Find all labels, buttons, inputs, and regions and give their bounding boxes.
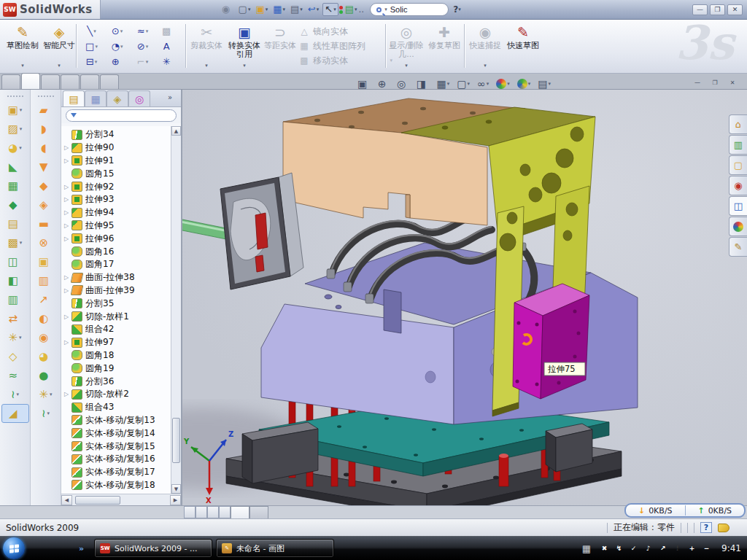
tray-icon[interactable]: ✓ [628,543,639,554]
close-button[interactable]: ✕ [727,4,743,15]
toolbar-icon[interactable]: ▢ ▾ [237,4,252,15]
tray-icon[interactable]: + [686,543,697,554]
scroll-thumb[interactable] [172,418,180,463]
quick-snaps-button[interactable]: ◉ 快速捕捉 ▾ [467,23,503,69]
task-pane-tab[interactable]: ▥ [729,135,747,155]
toolbar-icon[interactable]: ▤ ▾ [289,4,304,15]
rapid-sketch-button[interactable]: ✎ 快速草图 [505,23,541,69]
tree-item[interactable]: ▷ 圆角19 [61,362,171,375]
toolbar-button[interactable]: ▥ ▾ [32,271,60,290]
toolbar-icon[interactable]: ▣ ▾ [254,4,269,15]
toolbar-button[interactable]: ≈ ▾ [1,366,29,385]
panel-tab[interactable]: ◎ [128,90,150,106]
tray-icon[interactable]: ↗ [657,543,668,554]
toolbar-button[interactable]: ▦ ▾ [1,176,29,195]
panel-expand-chevron[interactable]: » [168,93,172,101]
tree-item[interactable]: ▷ 分割35 [61,297,171,310]
exploded-mold-assembly[interactable]: Y Z X 拉伸75 [182,93,747,505]
tree-item[interactable]: ▷ 组合43 [61,401,171,414]
toolbar-icon[interactable]: ↖ ▾ [322,3,338,16]
tree-item[interactable]: ▷ 拉伸91 [61,155,171,168]
toolbar-button[interactable]: ◖ ▾ [32,139,60,158]
expand-arrow-icon[interactable]: ▷ [64,158,71,164]
tag-icon[interactable] [718,524,729,532]
tree-item[interactable]: ▷ 实体-移动/复制13 [61,414,171,427]
sketch-button[interactable]: ✎ 草图绘制 ▾ [4,23,41,69]
task-button[interactable]: ✎ 未命名 - 画图 [216,539,334,558]
tree-item[interactable]: ▷ 实体-移动/复制14 [61,427,171,440]
linear-sketch-pattern-button[interactable]: ▦ 线性草图阵列 ▾ [299,39,392,53]
view-tool-icon[interactable]: ∞ ▾ [476,77,490,90]
tab-nav-icon[interactable] [207,506,219,518]
options-list-icon[interactable]: ▤ ▾ [344,4,359,15]
toolbar-button[interactable]: ↗ ▾ [32,290,60,309]
toolbar-icon[interactable]: ◉ ▾ [220,4,235,15]
start-button[interactable] [3,537,25,559]
toolbar-overflow[interactable]: .. [359,4,365,15]
search-box[interactable]: ▾ [370,3,449,16]
expand-arrow-icon[interactable]: ▷ [64,144,71,151]
view-tool-icon[interactable]: ◎ ▾ [395,77,411,90]
view-tool-icon[interactable]: ▾ [516,78,533,90]
sketch-entity-icon[interactable]: ✳ ▾ [155,54,181,69]
quick-launch-icon[interactable] [66,542,78,555]
task-button[interactable]: SW SolidWorks 2009 - ... [94,539,212,558]
doc-restore-button[interactable]: ❐ [708,78,722,88]
doc-minimize-button[interactable]: — [690,78,705,88]
document-tab[interactable] [249,506,268,518]
smart-dimension-button[interactable]: ◈ 智能尺寸 ▾ [41,23,77,69]
tree-item[interactable]: ▷ 曲面-拉伸39 [61,284,171,298]
tree-item[interactable]: ▷ 圆角15 [61,167,171,180]
task-pane-tab[interactable]: ▢ [729,155,747,175]
menu-item[interactable] [112,7,125,12]
toolbar-button[interactable]: ◫ ▾ [1,252,29,271]
scroll-left-icon[interactable]: ◀ [61,495,72,505]
sketch-entity-icon[interactable]: ⌐ ▾ [130,54,155,69]
tree-item[interactable]: ▷ 切除-放样1 [61,310,171,323]
help-dropdown-icon[interactable]: ▾ [458,7,461,12]
toolbar-button[interactable]: ● ▾ [32,366,60,385]
task-pane-tab[interactable] [729,217,747,236]
panel-tab[interactable]: ▤ [63,90,85,106]
tree-item[interactable]: ▷ 拉伸93 [61,193,171,206]
sketch-entity-icon[interactable]: ◔ ▾ [104,39,130,54]
tree-item[interactable]: ▷ 拉伸97 [61,336,171,349]
toolbar-icon[interactable]: ▦ ▾ [271,4,287,15]
toolbar-button[interactable]: ◉ ▾ [32,328,60,347]
scroll-down-icon[interactable]: ▼ [171,484,181,494]
document-tab[interactable] [231,506,249,518]
task-pane-tab[interactable]: ◉ [729,176,747,195]
tray-icon[interactable]: − [701,543,712,554]
tree-item[interactable]: ▷ 组合42 [61,323,171,336]
toolbar-button[interactable]: ◇ ▾ [1,347,29,366]
tree-vertical-scrollbar[interactable]: ▲ ▼ [171,126,181,494]
expand-arrow-icon[interactable]: ▷ [64,236,71,242]
offset-entities-button[interactable]: ⊃ 等距实体 [264,23,296,69]
menu-item[interactable] [127,7,140,12]
minimize-button[interactable]: — [692,4,708,15]
tree-item[interactable]: ▷ 曲面-拉伸38 [61,271,171,284]
traffic-light-icon[interactable] [338,5,344,15]
toolbar-button[interactable]: ▣ ▾ [32,252,60,271]
scroll-right-icon[interactable]: ▶ [170,495,181,505]
task-pane-tab[interactable]: ✎ [729,237,747,257]
toolbar-icon[interactable]: ↩ ▾ [306,4,320,15]
tree-item[interactable]: ▷ 圆角17 [61,258,171,271]
view-tool-icon[interactable]: ⊕ ▾ [376,77,391,90]
view-tool-icon[interactable]: ▤ ▾ [536,77,552,90]
tray-icon[interactable]: ↯ [614,543,624,554]
task-pane-tab[interactable]: ◫ [729,196,747,216]
tree-item[interactable]: ▷ 实体-移动/复制18 [61,479,171,492]
toolbar-button[interactable]: ◗ ▾ [32,120,60,139]
tray-icon[interactable]: ✖ [599,543,610,554]
part-right-rail[interactable] [546,424,592,472]
toolbar-button[interactable]: ✳ ▾ [32,385,60,404]
ribbon-tab[interactable] [80,74,99,89]
ribbon-tab[interactable] [21,73,40,89]
expand-arrow-icon[interactable]: ▷ [64,209,71,216]
tree-item[interactable]: ▷ 拉伸92 [61,180,171,193]
toolbar-button[interactable]: ◕ ▾ [32,347,60,366]
toolbar-button[interactable]: ⊗ ▾ [32,233,60,252]
sketch-entity-icon[interactable]: A ▾ [155,39,181,54]
toolbar-button[interactable]: ≀ ▾ [1,385,29,404]
